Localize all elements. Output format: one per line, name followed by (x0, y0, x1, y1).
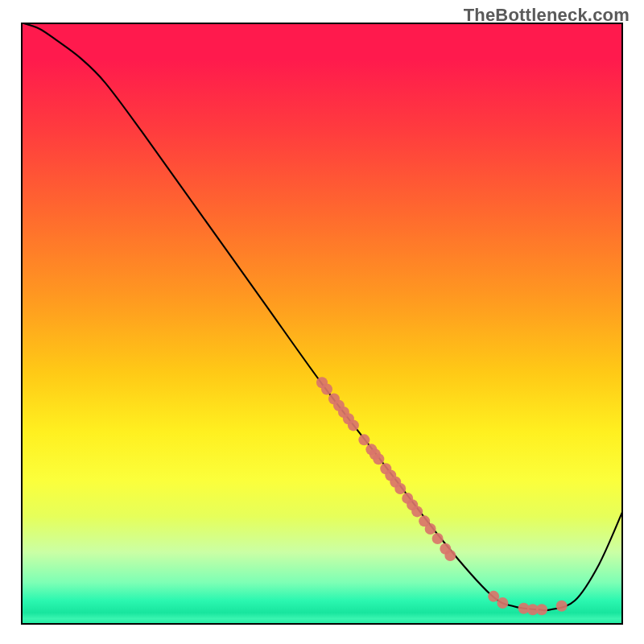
chart-plot-area (21, 23, 623, 625)
watermark-label: TheBottleneck.com (464, 5, 630, 26)
gradient-background (21, 23, 623, 625)
